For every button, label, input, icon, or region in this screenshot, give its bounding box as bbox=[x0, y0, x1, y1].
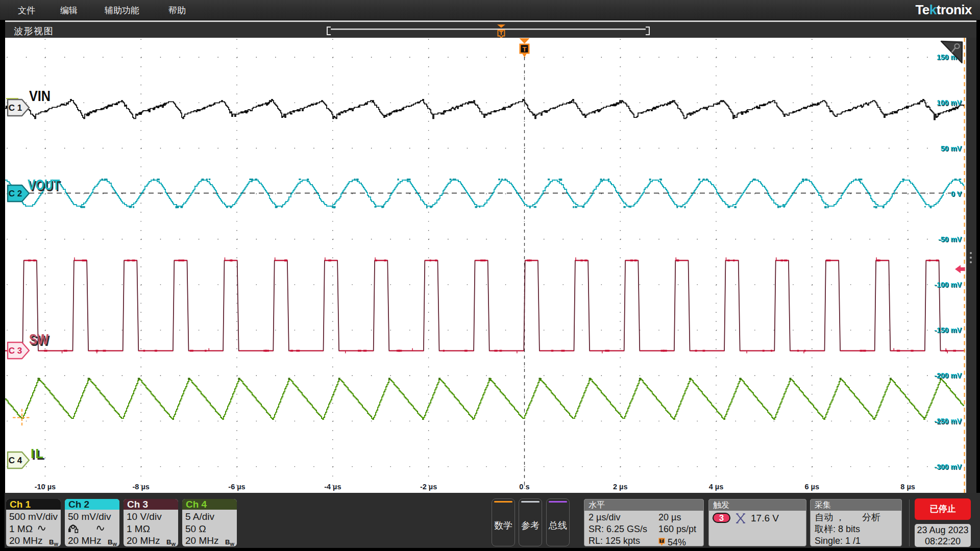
svg-text:8 µs: 8 µs bbox=[900, 483, 915, 491]
svg-text:C 1: C 1 bbox=[9, 103, 22, 113]
svg-text:4 µs: 4 µs bbox=[709, 483, 724, 491]
svg-text:-100 mV: -100 mV bbox=[934, 281, 962, 289]
svg-text:T: T bbox=[522, 45, 527, 53]
svg-text:IL: IL bbox=[31, 446, 44, 461]
svg-text:-8 µs: -8 µs bbox=[133, 483, 150, 491]
svg-text:2 µs: 2 µs bbox=[613, 483, 628, 491]
svg-text:-150 mV: -150 mV bbox=[934, 326, 962, 334]
svg-text:-4 µs: -4 µs bbox=[324, 483, 341, 491]
svg-text:VIN: VIN bbox=[29, 88, 51, 104]
svg-text:C 3: C 3 bbox=[9, 346, 22, 356]
svg-text:C 2: C 2 bbox=[9, 189, 22, 198]
svg-text:VOUT: VOUT bbox=[28, 177, 60, 193]
svg-text:0 V: 0 V bbox=[951, 190, 962, 198]
svg-text:-6 µs: -6 µs bbox=[228, 483, 245, 491]
svg-text:50 mV: 50 mV bbox=[941, 144, 962, 153]
svg-text:-2 µs: -2 µs bbox=[420, 483, 437, 491]
svg-text:C 4: C 4 bbox=[9, 456, 22, 465]
svg-text:-300 mV: -300 mV bbox=[934, 463, 962, 471]
svg-text:100 mV: 100 mV bbox=[937, 98, 962, 107]
svg-text:-200 mV: -200 mV bbox=[934, 371, 962, 380]
svg-text:6 µs: 6 µs bbox=[805, 483, 820, 491]
svg-text:0 s: 0 s bbox=[519, 483, 529, 491]
svg-text:SW: SW bbox=[29, 331, 49, 347]
svg-text:-10 µs: -10 µs bbox=[35, 483, 56, 491]
svg-text:-250 mV: -250 mV bbox=[934, 417, 962, 425]
svg-text:-50 mV: -50 mV bbox=[938, 235, 962, 243]
